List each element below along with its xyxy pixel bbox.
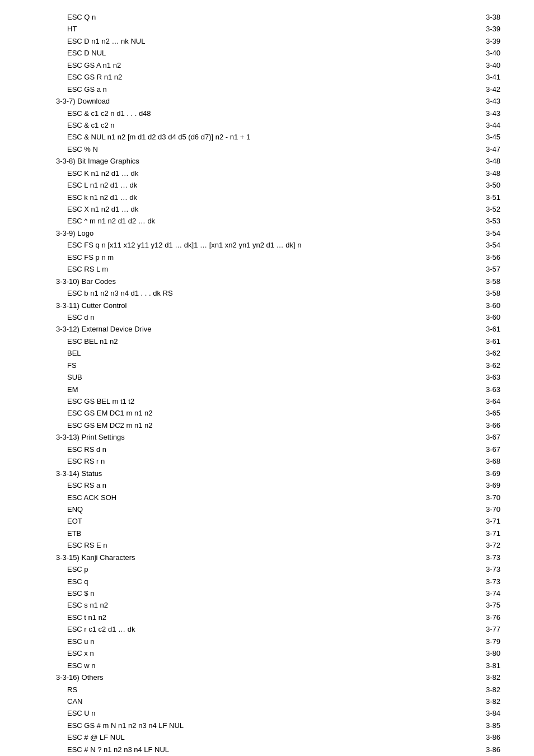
toc-page: 3-43 bbox=[467, 108, 500, 119]
toc-row: ESC d n3-60 bbox=[45, 311, 500, 323]
toc-row: ESC RS d n3-67 bbox=[45, 444, 500, 455]
toc-label: ENQ bbox=[45, 503, 467, 515]
toc-label: ESC U n bbox=[45, 707, 467, 719]
toc-page: 3-71 bbox=[467, 528, 500, 539]
toc-page: 3-53 bbox=[467, 215, 500, 227]
toc-row: ESC x n3-80 bbox=[45, 647, 500, 659]
toc-page: 3-86 bbox=[467, 731, 500, 743]
toc-row: ESC t n1 n23-76 bbox=[45, 612, 500, 623]
toc-page: 3-85 bbox=[467, 720, 500, 731]
toc-row: ESC RS L m3-57 bbox=[45, 263, 500, 275]
toc-label: ESC & c1 c2 n bbox=[45, 119, 467, 131]
toc-label: 3-3-11) Cutter Control bbox=[45, 300, 467, 311]
toc-container: ESC Q n3-38HT3-39ESC D n1 n2 … nk NUL3-3… bbox=[45, 11, 500, 755]
toc-row: ESC BEL n1 n23-61 bbox=[45, 335, 500, 347]
toc-page: 3-74 bbox=[467, 587, 500, 599]
toc-page: 3-51 bbox=[467, 192, 500, 203]
toc-row: SUB3-63 bbox=[45, 371, 500, 383]
toc-row: FS3-62 bbox=[45, 360, 500, 371]
toc-row: ESC RS E n3-72 bbox=[45, 539, 500, 551]
toc-page: 3-79 bbox=[467, 636, 500, 647]
toc-page: 3-58 bbox=[467, 276, 500, 287]
toc-page: 3-80 bbox=[467, 647, 500, 659]
toc-page: 3-54 bbox=[467, 239, 500, 251]
toc-label: ESC w n bbox=[45, 660, 467, 671]
toc-row: 3-3-13) Print Settings3-67 bbox=[45, 431, 500, 443]
toc-row: ENQ3-70 bbox=[45, 503, 500, 515]
toc-row: 3-3-11) Cutter Control3-60 bbox=[45, 300, 500, 311]
toc-page: 3-71 bbox=[467, 515, 500, 527]
toc-label: ESC L n1 n2 d1 … dk bbox=[45, 179, 467, 191]
toc-row: ESC GS EM DC2 m n1 n23-66 bbox=[45, 419, 500, 431]
toc-label: ESC % N bbox=[45, 143, 467, 155]
toc-label: ESC & NUL n1 n2 [m d1 d2 d3 d4 d5 (d6 d7… bbox=[45, 131, 467, 143]
toc-row: ESC K n1 n2 d1 … dk3-48 bbox=[45, 167, 500, 179]
toc-label: 3-3-16) Others bbox=[45, 671, 467, 683]
toc-label: 3-3-13) Print Settings bbox=[45, 431, 467, 443]
toc-page: 3-62 bbox=[467, 360, 500, 371]
toc-label: ESC ACK SOH bbox=[45, 492, 467, 503]
toc-page: 3-58 bbox=[467, 287, 500, 299]
toc-label: ESC t n1 n2 bbox=[45, 612, 467, 623]
toc-label: ESC b n1 n2 n3 n4 d1 . . . dk RS bbox=[45, 287, 467, 299]
toc-label: ESC ^ m n1 n2 d1 d2 … dk bbox=[45, 215, 467, 227]
toc-label: ESC & c1 c2 n d1 . . . d48 bbox=[45, 108, 467, 119]
toc-row: 3-3-15) Kanji Characters3-73 bbox=[45, 552, 500, 563]
toc-page: 3-73 bbox=[467, 552, 500, 563]
toc-label: SUB bbox=[45, 371, 467, 383]
toc-page: 3-40 bbox=[467, 59, 500, 71]
toc-page: 3-52 bbox=[467, 203, 500, 215]
toc-row: ESC GS A n1 n23-40 bbox=[45, 59, 500, 71]
toc-page: 3-39 bbox=[467, 23, 500, 35]
toc-row: ESC q3-73 bbox=[45, 576, 500, 587]
toc-label: ESC p bbox=[45, 563, 467, 575]
toc-row: ESC FS p n m3-56 bbox=[45, 251, 500, 263]
toc-page: 3-56 bbox=[467, 251, 500, 263]
toc-label: ESC RS d n bbox=[45, 444, 467, 455]
toc-page: 3-82 bbox=[467, 696, 500, 707]
toc-page: 3-68 bbox=[467, 455, 500, 467]
toc-row: 3-3-12) External Device Drive3-61 bbox=[45, 323, 500, 335]
toc-label: 3-3-9) Logo bbox=[45, 227, 467, 239]
toc-label: ESC D n1 n2 … nk NUL bbox=[45, 35, 467, 47]
toc-label: ESC GS A n1 n2 bbox=[45, 59, 467, 71]
toc-row: ESC b n1 n2 n3 n4 d1 . . . dk RS3-58 bbox=[45, 287, 500, 299]
toc-label: BEL bbox=[45, 347, 467, 359]
toc-label: ESC $ n bbox=[45, 587, 467, 599]
toc-page: 3-69 bbox=[467, 479, 500, 491]
toc-label: ESC GS R n1 n2 bbox=[45, 71, 467, 83]
toc-label: ESC RS a n bbox=[45, 479, 467, 491]
toc-page: 3-40 bbox=[467, 47, 500, 59]
toc-page: 3-77 bbox=[467, 623, 500, 635]
toc-row: 3-3-16) Others3-82 bbox=[45, 671, 500, 683]
toc-row: ESC % N3-47 bbox=[45, 143, 500, 155]
toc-row: ESC ACK SOH3-70 bbox=[45, 492, 500, 503]
toc-row: ESC RS r n3-68 bbox=[45, 455, 500, 467]
toc-page: 3-54 bbox=[467, 227, 500, 239]
toc-label: ESC RS L m bbox=[45, 263, 467, 275]
toc-label: ESC d n bbox=[45, 311, 467, 323]
toc-page: 3-76 bbox=[467, 612, 500, 623]
toc-label: 3-3-8) Bit Image Graphics bbox=[45, 155, 467, 167]
toc-page: 3-66 bbox=[467, 419, 500, 431]
toc-label: ESC u n bbox=[45, 636, 467, 647]
toc-page: 3-82 bbox=[467, 684, 500, 696]
toc-row: ESC D n1 n2 … nk NUL3-39 bbox=[45, 35, 500, 47]
toc-label: ETB bbox=[45, 528, 467, 539]
toc-label: ESC k n1 n2 d1 … dk bbox=[45, 192, 467, 203]
toc-row: ESC ^ m n1 n2 d1 d2 … dk3-53 bbox=[45, 215, 500, 227]
toc-row: ESC r c1 c2 d1 … dk3-77 bbox=[45, 623, 500, 635]
toc-label: ESC # N ? n1 n2 n3 n4 LF NUL bbox=[45, 744, 467, 755]
toc-page: 3-61 bbox=[467, 335, 500, 347]
toc-page: 3-67 bbox=[467, 431, 500, 443]
toc-page: 3-39 bbox=[467, 35, 500, 47]
toc-page: 3-67 bbox=[467, 444, 500, 455]
toc-page: 3-63 bbox=[467, 384, 500, 395]
toc-page: 3-60 bbox=[467, 300, 500, 311]
toc-row: ETB3-71 bbox=[45, 528, 500, 539]
toc-page: 3-70 bbox=[467, 492, 500, 503]
toc-row: 3-3-14) Status3-69 bbox=[45, 468, 500, 479]
toc-label: ESC FS q n [x11 x12 y11 y12 d1 … dk]1 … … bbox=[45, 239, 467, 251]
toc-page: 3-45 bbox=[467, 131, 500, 143]
toc-row: ESC X n1 n2 d1 … dk3-52 bbox=[45, 203, 500, 215]
